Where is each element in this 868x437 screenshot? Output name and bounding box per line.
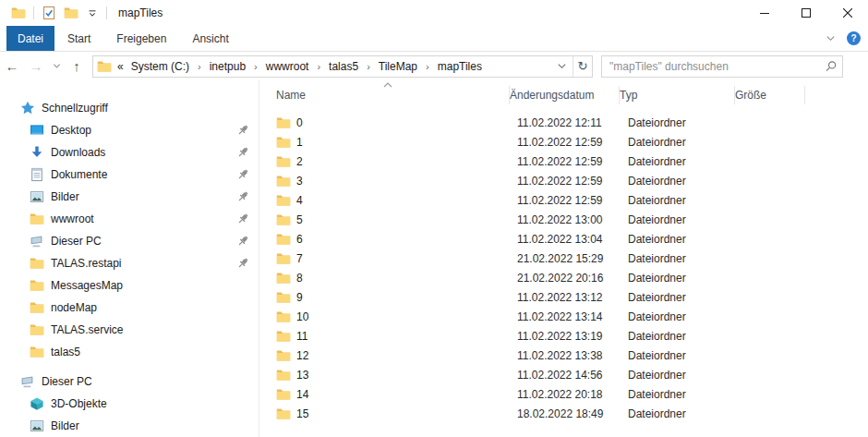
file-row[interactable]: 611.02.2022 13:04Dateiordner — [259, 229, 868, 249]
file-row[interactable]: 111.02.2022 12:59Dateiordner — [259, 132, 868, 152]
column-header-größe[interactable]: Größe — [735, 86, 805, 104]
file-row[interactable]: 821.02.2022 20:16Dateiordner — [259, 268, 868, 287]
file-name: 15 — [296, 407, 308, 420]
file-type: Dateiordner — [620, 155, 735, 168]
column-header-änderungsdatum[interactable]: Änderungsdatum — [510, 86, 620, 104]
sidebar-item-desktop[interactable]: Desktop — [0, 119, 259, 141]
file-modified: 21.02.2022 15:29 — [510, 252, 620, 265]
folder-icon — [276, 116, 291, 129]
breadcrumb-segment-wwwroot[interactable]: wwwroot — [264, 60, 311, 73]
sidebar-item-downloads[interactable]: Downloads — [0, 141, 259, 164]
sidebar-item-label: Downloads — [51, 146, 105, 159]
properties-checkmark-icon[interactable] — [42, 6, 56, 20]
new-folder-icon[interactable] — [64, 6, 78, 19]
pin-icon — [235, 256, 250, 271]
sidebar-item-wwwroot[interactable]: wwwroot — [0, 208, 259, 230]
tab-start[interactable]: Start — [54, 26, 103, 51]
folder-icon — [30, 300, 44, 315]
file-row[interactable]: 211.02.2022 12:59Dateiordner — [259, 152, 868, 171]
file-name: 14 — [296, 388, 308, 401]
column-header-name[interactable]: Name — [259, 86, 510, 104]
sidebar-section-label: Dieser PC — [42, 375, 92, 388]
file-type: Dateiordner — [620, 213, 735, 226]
qat-customize-icon[interactable] — [86, 6, 99, 19]
file-row[interactable]: 311.02.2022 12:59Dateiordner — [259, 171, 868, 190]
file-row[interactable]: 1111.02.2022 13:19Dateiordner — [259, 326, 868, 346]
file-row[interactable]: 911.02.2022 13:12Dateiordner — [259, 287, 868, 307]
folder-icon — [30, 212, 44, 226]
sidebar-item-label: MessagesMap — [51, 279, 123, 292]
breadcrumb-segment-talas5[interactable]: talas5 — [327, 60, 360, 73]
minimize-button[interactable] — [743, 0, 785, 26]
sidebar-item-bilder[interactable]: Bilder — [0, 415, 259, 437]
folder-icon — [276, 213, 291, 226]
sidebar-item-dieser-pc[interactable]: Dieser PC — [0, 230, 259, 252]
up-button[interactable]: ↑ — [65, 55, 89, 79]
file-row[interactable]: 511.02.2022 13:00Dateiordner — [259, 210, 868, 229]
file-row[interactable]: 1211.02.2022 13:38Dateiordner — [259, 346, 868, 365]
help-icon[interactable]: ? — [847, 31, 861, 45]
address-bar[interactable]: « System (C:)›inetpub›wwwroot›talas5›Til… — [92, 55, 593, 78]
sidebar-item-label: 3D-Objekte — [51, 397, 107, 410]
explorer-window: mapTiles Datei Start Freigeben Ansi — [0, 0, 868, 437]
file-modified: 11.02.2022 13:00 — [510, 213, 620, 226]
folder-icon — [30, 322, 44, 337]
forward-button[interactable]: → — [24, 55, 48, 79]
file-type: Dateiordner — [620, 407, 735, 420]
breadcrumb-segment-tilemap[interactable]: TileMap — [377, 60, 419, 73]
sidebar-item-bilder[interactable]: Bilder — [0, 186, 259, 208]
close-button[interactable] — [826, 0, 868, 26]
breadcrumb-segment-system-c-[interactable]: System (C:) — [129, 60, 191, 73]
file-row[interactable]: 1518.02.2022 18:49Dateiordner — [259, 404, 868, 423]
minimize-ribbon-chevron-icon[interactable] — [826, 33, 836, 43]
pc-icon — [20, 374, 35, 389]
breadcrumb-separator: › — [247, 61, 264, 72]
file-row[interactable]: 1411.02.2022 20:18Dateiordner — [259, 384, 868, 404]
sidebar-section-dieser-pc[interactable]: Dieser PC — [0, 370, 259, 393]
file-modified: 11.02.2022 12:59 — [510, 194, 620, 207]
refresh-button[interactable]: ↻ — [573, 56, 592, 77]
breadcrumb-segment-maptiles[interactable]: mapTiles — [436, 60, 484, 73]
tab-freigeben[interactable]: Freigeben — [103, 26, 179, 51]
file-row[interactable]: 721.02.2022 15:29Dateiordner — [259, 249, 868, 268]
sidebar-item-nodemap[interactable]: nodeMap — [0, 297, 259, 319]
sidebar-item-3d-objekte[interactable]: 3D-Objekte — [0, 393, 259, 415]
window-title: mapTiles — [118, 6, 163, 19]
document-icon — [30, 167, 44, 182]
recent-locations-button[interactable] — [48, 55, 65, 79]
file-type: Dateiordner — [620, 252, 735, 265]
breadcrumb-overflow[interactable]: « — [117, 60, 124, 73]
title-bar: mapTiles — [0, 0, 868, 26]
file-row[interactable]: 1311.02.2022 14:56Dateiordner — [259, 365, 868, 384]
sidebar-item-messagesmap[interactable]: MessagesMap — [0, 274, 259, 297]
tab-datei[interactable]: Datei — [6, 26, 54, 51]
back-button[interactable]: ← — [0, 55, 24, 79]
search-icon[interactable] — [825, 60, 838, 73]
search-input[interactable]: "mapTiles" durchsuchen — [601, 55, 843, 78]
file-type: Dateiordner — [620, 175, 735, 188]
maximize-icon — [802, 8, 811, 18]
sidebar-section-schnellzugriff[interactable]: Schnellzugriff — [0, 97, 259, 119]
column-header-typ[interactable]: Typ — [620, 86, 735, 104]
maximize-button[interactable] — [785, 0, 826, 26]
sidebar-item-talas-restapi[interactable]: TALAS.restapi — [0, 252, 259, 274]
sidebar-item-dokumente[interactable]: Dokumente — [0, 164, 259, 186]
file-row[interactable]: 411.02.2022 12:59Dateiordner — [259, 190, 868, 210]
address-dropdown-chevron-icon[interactable] — [557, 61, 567, 71]
folder-icon — [276, 233, 291, 246]
pin-icon — [235, 145, 250, 160]
tab-ansicht[interactable]: Ansicht — [179, 26, 241, 51]
file-type: Dateiordner — [620, 233, 735, 246]
folder-icon — [276, 407, 291, 420]
minimize-icon — [760, 8, 769, 18]
file-row[interactable]: 1011.02.2022 13:14Dateiordner — [259, 307, 868, 326]
sidebar-item-label: Desktop — [51, 124, 91, 137]
pc-icon — [30, 234, 44, 249]
breadcrumb-segment-inetpub[interactable]: inetpub — [208, 60, 247, 73]
file-modified: 11.02.2022 13:12 — [510, 291, 620, 304]
file-row[interactable]: 011.02.2022 12:11Dateiordner — [259, 113, 868, 132]
folder-icon — [276, 252, 291, 265]
sidebar-item-talas5[interactable]: talas5 — [0, 341, 259, 363]
sidebar-item-talas-service[interactable]: TALAS.service — [0, 319, 259, 341]
sort-ascending-icon[interactable] — [383, 81, 392, 89]
